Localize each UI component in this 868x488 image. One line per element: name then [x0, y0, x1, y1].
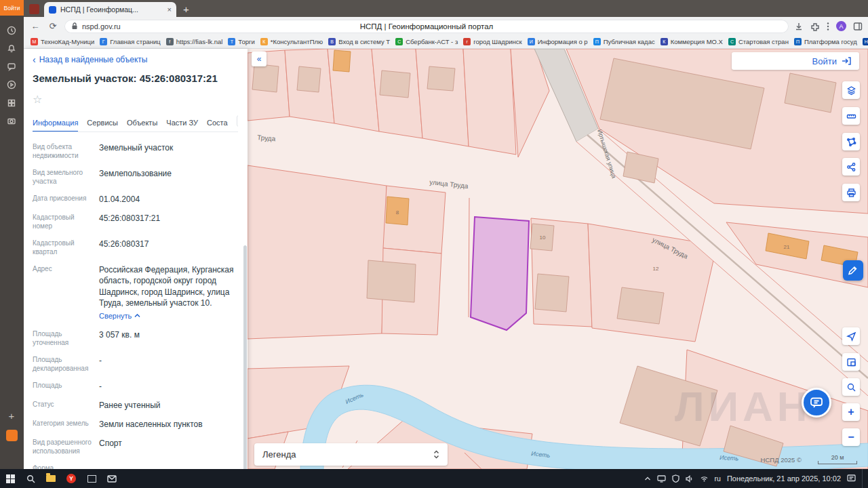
yandex-browser-icon[interactable]: Y: [61, 469, 81, 488]
page-title: НСПД | Геоинформационный портал: [64, 22, 789, 30]
field-row: Вид разрешенного использованияСпорт: [33, 438, 238, 455]
tray-network-icon[interactable]: [700, 475, 709, 482]
field-value: Ранее учтенный: [99, 400, 238, 411]
bookmark-item[interactable]: ВВход в систему Т: [326, 37, 393, 47]
rail-login-button[interactable]: Войти: [0, 0, 24, 16]
tab-objects[interactable]: Объекты: [127, 119, 157, 127]
field-label: Дата присвоения: [33, 194, 99, 205]
rail-add-icon[interactable]: +: [5, 409, 18, 422]
login-arrow-icon: [842, 57, 851, 65]
download-icon[interactable]: [794, 22, 804, 31]
bookmark-favicon: Н: [863, 38, 868, 45]
address-bar[interactable]: nspd.gov.ru НСПД | Геоинформационный пор…: [64, 20, 789, 33]
favorite-star-icon[interactable]: ☆: [33, 93, 238, 106]
share-button[interactable]: [842, 158, 860, 176]
bookmark-favicon: Г: [100, 38, 107, 45]
svg-text:12: 12: [653, 266, 659, 272]
file-explorer-icon[interactable]: [41, 469, 61, 488]
tray-chevron-up-icon[interactable]: [644, 476, 651, 481]
workspaces-icon[interactable]: [5, 97, 18, 109]
start-button[interactable]: [0, 469, 20, 488]
bookmark-item[interactable]: ИИнформация о р: [525, 37, 591, 47]
bookmark-item[interactable]: ССбербанк-АСТ - з: [393, 37, 460, 47]
browser-side-rail: Войти +: [0, 0, 24, 469]
geolocation-button[interactable]: [842, 327, 860, 345]
panel-scrollbar[interactable]: [243, 245, 247, 469]
side-panel-icon[interactable]: [853, 22, 863, 31]
back-to-results-link[interactable]: ‹ Назад в найденные объекты: [33, 54, 238, 65]
profile-avatar[interactable]: А: [836, 21, 846, 31]
pinned-tab-favicon[interactable]: [29, 4, 39, 14]
app-window-icon[interactable]: [81, 469, 102, 488]
field-value: -: [99, 355, 238, 373]
legend-toggle[interactable]: Легенда: [254, 443, 448, 466]
tab-information[interactable]: Информация: [33, 119, 78, 127]
history-icon[interactable]: [5, 24, 18, 37]
bookmark-item[interactable]: ККоммерция МО.Х: [658, 37, 726, 47]
taskbar-left: Y: [0, 469, 122, 488]
mini-map-button[interactable]: [842, 353, 860, 371]
refresh-icon[interactable]: ⟳: [47, 21, 59, 31]
draw-tool-button[interactable]: [843, 260, 863, 281]
zoom-out-button[interactable]: −: [842, 428, 860, 446]
search-area-button[interactable]: [842, 378, 860, 396]
bookmark-item[interactable]: ССтартовая стран: [726, 37, 791, 47]
back-icon[interactable]: ←: [29, 21, 41, 31]
ruler-button[interactable]: [842, 107, 860, 125]
bookmark-item[interactable]: К*КонсультантПлю: [258, 37, 326, 47]
zoom-in-button[interactable]: +: [842, 403, 860, 421]
scale-label: 20 м: [818, 454, 857, 461]
taskbar-search-icon[interactable]: [20, 469, 41, 488]
yandex-services-icon[interactable]: [6, 430, 18, 441]
bookmark-item[interactable]: fhttps://fias-lk.nal: [163, 37, 226, 47]
clock-datetime[interactable]: Понедельник, 21 апр 2025, 10:02: [727, 474, 841, 483]
field-row: Вид объекта недвижимостиЗемельный участо…: [33, 142, 238, 160]
keyboard-language[interactable]: ru: [715, 474, 721, 483]
field-value: 45:26:080317:21: [99, 213, 238, 230]
chat-button[interactable]: [802, 388, 831, 418]
screen: Войти + НСПД | Геоинформац... × +: [0, 0, 868, 488]
selected-parcel[interactable]: [471, 217, 529, 330]
notifications-bell-icon[interactable]: [5, 42, 18, 54]
menu-dots-icon[interactable]: [827, 22, 829, 31]
close-tab-icon[interactable]: ×: [167, 5, 172, 14]
tab-parts[interactable]: Части ЗУ: [166, 119, 198, 127]
show-desktop-strip[interactable]: [862, 469, 864, 488]
tray-monitor-icon[interactable]: [657, 475, 666, 483]
tabs-scroll-right-icon[interactable]: ›: [237, 115, 238, 127]
collapse-address-link[interactable]: Свернуть: [99, 311, 238, 321]
layers-button[interactable]: [842, 81, 860, 99]
measure-area-button[interactable]: [842, 133, 860, 150]
tab-services[interactable]: Сервисы: [87, 119, 118, 127]
bookmark-item[interactable]: ТТорги: [225, 37, 257, 47]
screenshot-icon[interactable]: [5, 115, 18, 127]
bookmark-item[interactable]: ГГлавная страниц: [97, 37, 163, 47]
bookmark-item[interactable]: ННСПД: [860, 37, 868, 47]
tab-composition[interactable]: Соста: [207, 119, 228, 127]
bookmark-item[interactable]: ггород Шадринск: [460, 37, 524, 47]
field-value: Российская Федерация, Курганская область…: [99, 264, 238, 321]
map-attribution: НСПД 2025 ©: [761, 456, 802, 464]
new-tab-button[interactable]: +: [183, 3, 189, 15]
sort-chevrons-icon: [433, 450, 439, 459]
map-area[interactable]: Труда улица Труда улица Труда Иртышская …: [248, 49, 868, 469]
tray-shield-icon[interactable]: [672, 474, 679, 483]
map-login-button[interactable]: Войти: [732, 52, 859, 70]
field-label: Категория земель: [33, 419, 99, 430]
bookmark-item[interactable]: ППубличная кадас: [591, 37, 658, 47]
action-center-icon[interactable]: [847, 474, 856, 483]
tray-volume-icon[interactable]: [686, 475, 694, 483]
mail-app-icon[interactable]: [102, 469, 122, 488]
field-value: Спорт: [99, 438, 238, 455]
extensions-icon[interactable]: [810, 22, 820, 31]
active-tab[interactable]: НСПД | Геоинформац... ×: [44, 2, 176, 17]
print-button[interactable]: [842, 184, 860, 201]
bookmark-item[interactable]: MТехноКад-Муници: [28, 37, 97, 47]
panel-collapse-button[interactable]: «: [252, 52, 267, 66]
field-label: Кадастровый квартал: [33, 239, 99, 256]
messenger-icon[interactable]: [5, 60, 18, 73]
svg-text:8: 8: [396, 209, 399, 216]
bookmark-item[interactable]: ППлатформа госуд: [791, 37, 860, 47]
media-play-icon[interactable]: [5, 79, 18, 91]
panel-tabs: Информация Сервисы Объекты Части ЗУ Сост…: [33, 115, 238, 132]
